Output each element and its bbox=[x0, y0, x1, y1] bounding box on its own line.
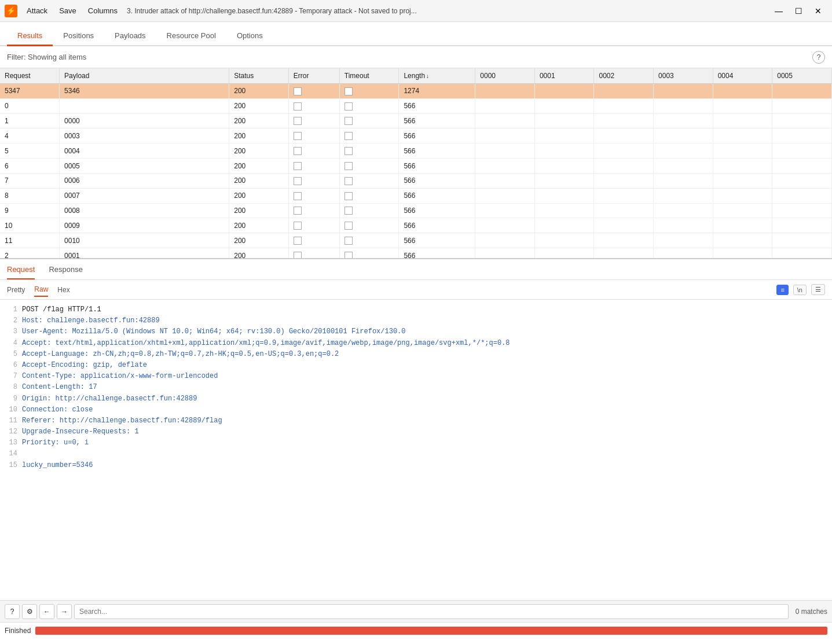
col-header-0000[interactable]: 0000 bbox=[475, 68, 535, 84]
line-number: 5 bbox=[7, 349, 17, 360]
tab-resource-pool[interactable]: Resource Pool bbox=[156, 27, 226, 46]
col-header-0002[interactable]: 0002 bbox=[594, 68, 654, 84]
search-input[interactable] bbox=[74, 604, 789, 619]
table-row[interactable]: 8 0007 200 566 bbox=[0, 188, 832, 203]
table-row[interactable]: 4 0003 200 566 bbox=[0, 128, 832, 143]
minimize-button[interactable]: — bbox=[769, 3, 788, 19]
cell-status: 200 bbox=[229, 98, 289, 113]
table-row[interactable]: 0 200 566 bbox=[0, 98, 832, 113]
table-row[interactable]: 1 0000 200 566 bbox=[0, 113, 832, 128]
col-header-error[interactable]: Error bbox=[288, 68, 339, 84]
format-tab-bar: Pretty Raw Hex ≡ \n ☰ bbox=[0, 280, 832, 300]
cell-length: 566 bbox=[399, 218, 475, 233]
newline-button[interactable]: \n bbox=[793, 285, 807, 295]
line-number: 7 bbox=[7, 371, 17, 382]
help-button[interactable]: ? bbox=[812, 51, 825, 64]
line-number: 11 bbox=[7, 415, 17, 426]
line-content: lucky_number=5346 bbox=[22, 460, 93, 471]
request-line: 9Origin: http://challenge.basectf.fun:42… bbox=[7, 393, 825, 404]
table-row[interactable]: 6 0005 200 566 bbox=[0, 159, 832, 174]
close-button[interactable]: ✕ bbox=[809, 3, 827, 19]
col-header-0001[interactable]: 0001 bbox=[534, 68, 594, 84]
results-table-wrapper[interactable]: Request Payload Status Error Timeout Len… bbox=[0, 68, 832, 259]
col-header-0003[interactable]: 0003 bbox=[654, 68, 713, 84]
cell-status: 200 bbox=[229, 159, 289, 174]
settings-btn[interactable]: ⚙ bbox=[22, 604, 37, 619]
col-header-status[interactable]: Status bbox=[229, 68, 289, 84]
line-number: 13 bbox=[7, 437, 17, 448]
col-header-0005[interactable]: 0005 bbox=[772, 68, 832, 84]
col-header-payload[interactable]: Payload bbox=[60, 68, 229, 84]
match-count: 0 matches bbox=[796, 608, 827, 616]
cell-payload: 0009 bbox=[60, 218, 229, 233]
cell-request: 1 bbox=[0, 113, 60, 128]
filter-text: Filter: Showing all items bbox=[7, 53, 812, 61]
col-header-timeout[interactable]: Timeout bbox=[339, 68, 399, 84]
cell-error bbox=[288, 98, 339, 113]
results-table: Request Payload Status Error Timeout Len… bbox=[0, 68, 832, 259]
menu-save[interactable]: Save bbox=[54, 4, 81, 17]
request-line: 7Content-Type: application/x-www-form-ur… bbox=[7, 371, 825, 382]
maximize-button[interactable]: ☐ bbox=[789, 3, 808, 19]
cell-length: 566 bbox=[399, 113, 475, 128]
cell-request: 0 bbox=[0, 98, 60, 113]
line-number: 15 bbox=[7, 460, 17, 471]
cell-timeout bbox=[339, 113, 399, 128]
wrap-button[interactable]: ≡ bbox=[776, 285, 788, 295]
col-header-0004[interactable]: 0004 bbox=[713, 68, 772, 84]
format-tab-raw[interactable]: Raw bbox=[34, 283, 48, 297]
line-number: 1 bbox=[7, 304, 17, 315]
cell-request: 9 bbox=[0, 203, 60, 218]
tab-positions[interactable]: Positions bbox=[53, 27, 104, 46]
table-row[interactable]: 9 0008 200 566 bbox=[0, 203, 832, 218]
menu-attack[interactable]: Attack bbox=[22, 4, 52, 17]
table-row[interactable]: 5 0004 200 566 bbox=[0, 143, 832, 159]
cell-request: 10 bbox=[0, 218, 60, 233]
table-row[interactable]: 10 0009 200 566 bbox=[0, 218, 832, 233]
request-line: 1POST /flag HTTP/1.1 bbox=[7, 304, 825, 315]
more-button[interactable]: ☰ bbox=[811, 284, 825, 295]
col-header-request[interactable]: Request bbox=[0, 68, 60, 84]
cell-request: 5 bbox=[0, 143, 60, 159]
format-tab-pretty[interactable]: Pretty bbox=[7, 284, 25, 296]
col-header-length[interactable]: Length↓ bbox=[399, 68, 475, 84]
line-number: 14 bbox=[7, 448, 17, 459]
table-row[interactable]: 11 0010 200 566 bbox=[0, 233, 832, 248]
cell-request: 11 bbox=[0, 233, 60, 248]
rr-tab-bar: Request Response bbox=[0, 259, 832, 280]
cell-status: 200 bbox=[229, 218, 289, 233]
cell-timeout bbox=[339, 128, 399, 143]
rr-tab-response[interactable]: Response bbox=[49, 260, 83, 279]
request-line: 2Host: challenge.basectf.fun:42889 bbox=[7, 315, 825, 326]
table-row-highlighted[interactable]: 5347 5346 200 1274 bbox=[0, 84, 832, 99]
cell-length: 566 bbox=[399, 159, 475, 174]
request-line: 14 bbox=[7, 448, 825, 459]
tab-results[interactable]: Results bbox=[7, 27, 53, 46]
lower-pane: Request Response Pretty Raw Hex ≡ \n ☰ 1… bbox=[0, 259, 832, 622]
main-tab-bar: Results Positions Payloads Resource Pool… bbox=[0, 22, 832, 46]
tab-payloads[interactable]: Payloads bbox=[104, 27, 156, 46]
table-row[interactable]: 2 0001 200 566 bbox=[0, 248, 832, 259]
line-content: Priority: u=0, i bbox=[22, 437, 89, 448]
request-line: 12Upgrade-Insecure-Requests: 1 bbox=[7, 426, 825, 437]
line-content: Content-Type: application/x-www-form-url… bbox=[22, 371, 218, 382]
cell-request: 8 bbox=[0, 188, 60, 203]
help-icon-btn[interactable]: ? bbox=[5, 604, 20, 619]
format-tab-hex[interactable]: Hex bbox=[57, 284, 69, 296]
cell-payload: 0007 bbox=[60, 188, 229, 203]
next-btn[interactable]: → bbox=[57, 604, 72, 619]
cell-request: 5347 bbox=[0, 84, 60, 99]
line-content: Content-Length: 17 bbox=[22, 382, 97, 393]
table-row[interactable]: 7 0006 200 566 bbox=[0, 173, 832, 188]
cell-timeout bbox=[339, 188, 399, 203]
prev-btn[interactable]: ← bbox=[39, 604, 54, 619]
line-number: 4 bbox=[7, 338, 17, 349]
cell-length: 566 bbox=[399, 173, 475, 188]
rr-tab-request[interactable]: Request bbox=[7, 260, 35, 279]
cell-error bbox=[288, 233, 339, 248]
cell-request: 6 bbox=[0, 159, 60, 174]
cell-request: 2 bbox=[0, 248, 60, 259]
cell-timeout bbox=[339, 143, 399, 159]
menu-columns[interactable]: Columns bbox=[83, 4, 122, 17]
tab-options[interactable]: Options bbox=[226, 27, 273, 46]
